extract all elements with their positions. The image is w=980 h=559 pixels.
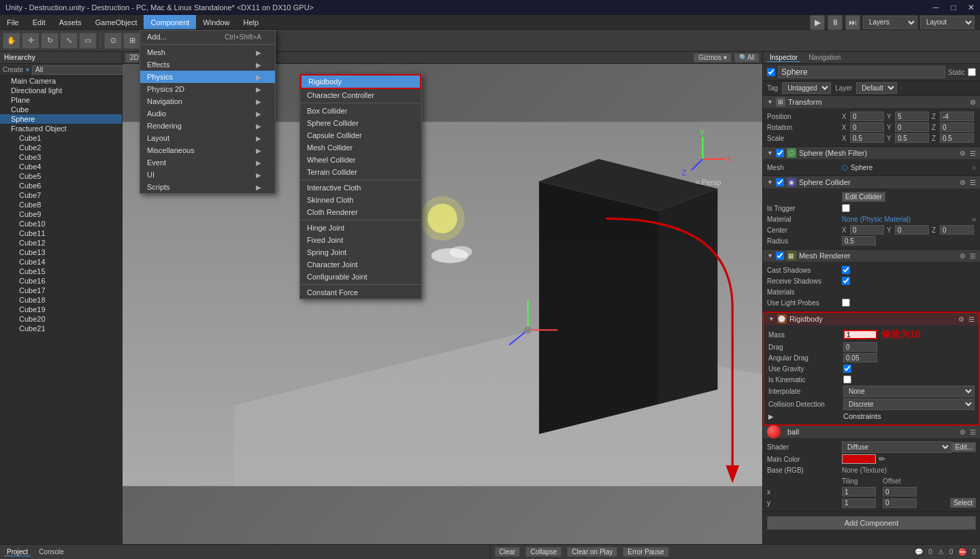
hierarchy-search[interactable] (32, 65, 125, 75)
edit-collider-button[interactable]: Edit Collider (842, 192, 885, 202)
interpolate-dropdown[interactable]: None (843, 386, 975, 397)
physics-terrain-collider[interactable]: Terrain Collider (300, 166, 421, 178)
center-x-input[interactable] (850, 225, 884, 235)
mesh-renderer-checkbox[interactable] (776, 252, 784, 260)
component-menu-add[interactable]: Add... Ctrl+Shift+A (140, 31, 275, 43)
hierarchy-item-sphere[interactable]: Sphere (0, 114, 122, 124)
is-kinematic-checkbox[interactable] (843, 375, 851, 384)
mesh-renderer-settings[interactable]: ⚙ (960, 252, 966, 260)
layer-dropdown[interactable]: Default (856, 82, 897, 94)
gizmos-btn[interactable]: Gizmos ▾ (693, 53, 732, 63)
drag-input[interactable] (843, 342, 877, 352)
create-button[interactable]: ▾ (26, 66, 29, 73)
hierarchy-item-cube14[interactable]: Cube14 (0, 257, 122, 267)
radius-input[interactable] (842, 236, 876, 245)
physics-hinge-joint[interactable]: Hinge Joint (300, 222, 421, 234)
hierarchy-item-directional-light[interactable]: Directional light (0, 86, 122, 95)
layers-dropdown[interactable]: Layers (863, 16, 917, 29)
physics-constant-force[interactable]: Constant Force (300, 286, 421, 299)
rotate-tool[interactable]: ↻ (41, 33, 59, 49)
scale-y-input[interactable] (895, 133, 929, 143)
sphere-collider-settings[interactable]: ⚙ (960, 179, 966, 186)
hierarchy-item-cube2[interactable]: Cube2 (0, 143, 122, 152)
scale-z-input[interactable] (940, 133, 974, 143)
offset-x-input[interactable] (883, 487, 917, 496)
component-menu-mesh[interactable]: Mesh ▶ (140, 46, 275, 58)
physics-interactive-cloth[interactable]: Interactive Cloth (300, 182, 421, 194)
scale-x-input[interactable] (850, 133, 884, 143)
error-pause-button[interactable]: Error Pause (623, 547, 668, 557)
rotation-x-input[interactable] (850, 122, 884, 132)
hierarchy-item-cube6[interactable]: Cube6 (0, 181, 122, 190)
hierarchy-item-cube8[interactable]: Cube8 (0, 200, 122, 209)
physics-sphere-collider[interactable]: Sphere Collider (300, 117, 421, 129)
receive-shadows-checkbox[interactable] (842, 277, 850, 285)
collapse-button[interactable]: Collapse (525, 547, 561, 557)
physics-mesh-collider[interactable]: Mesh Collider (300, 141, 421, 154)
component-menu-event[interactable]: Event ▶ (140, 156, 275, 169)
menu-file[interactable]: File (0, 15, 26, 29)
add-component-button[interactable]: Add Component (767, 516, 976, 530)
component-menu-layout[interactable]: Layout ▶ (140, 132, 275, 144)
console-tab[interactable]: Console (36, 548, 67, 556)
static-checkbox[interactable] (968, 68, 976, 76)
is-trigger-checkbox[interactable] (842, 204, 850, 212)
component-menu-rendering[interactable]: Rendering ▶ (140, 120, 275, 132)
hierarchy-item-cube17[interactable]: Cube17 (0, 286, 122, 295)
tiling-y-input[interactable] (842, 498, 876, 508)
physics-character-controller[interactable]: Character Controller (300, 89, 421, 101)
transform-header[interactable]: ▼ ⊞ Transform ⚙ (763, 96, 980, 108)
mesh-filter-header[interactable]: ▼ ⬡ Sphere (Mesh Filter) ⚙ ☰ (763, 147, 980, 159)
hierarchy-item-cube9[interactable]: Cube9 (0, 209, 122, 219)
object-active-checkbox[interactable] (767, 68, 775, 76)
center-z-input[interactable] (940, 225, 974, 235)
pause-button[interactable]: ⏸ (828, 15, 843, 30)
hierarchy-item-cube5[interactable]: Cube5 (0, 171, 122, 181)
physics-capsule-collider[interactable]: Capsule Collider (300, 129, 421, 141)
hierarchy-item-cube3[interactable]: Cube3 (0, 152, 122, 162)
minimize-button[interactable]: ─ (927, 0, 945, 15)
navigation-tab[interactable]: Navigation (806, 54, 843, 61)
hierarchy-item-plane[interactable]: Plane (0, 95, 122, 105)
mass-input[interactable] (843, 330, 877, 339)
center-y-input[interactable] (895, 225, 929, 235)
ball-material-settings[interactable]: ⚙ (960, 428, 966, 436)
physics-box-collider[interactable]: Box Collider (300, 105, 421, 117)
hierarchy-item-cube4[interactable]: Cube4 (0, 162, 122, 171)
rigidbody-settings[interactable]: ⚙ (958, 316, 964, 323)
menu-component[interactable]: Component (144, 15, 196, 29)
rotation-z-input[interactable] (940, 122, 974, 132)
hierarchy-item-cube1[interactable]: Cube1 (0, 133, 122, 143)
search-scene-btn[interactable]: 🔍All (734, 53, 760, 63)
component-menu-physics2d[interactable]: Physics 2D ▶ (140, 83, 275, 95)
clear-button[interactable]: Clear (495, 547, 521, 557)
close-button[interactable]: ✕ (962, 0, 980, 15)
hierarchy-item-cube18[interactable]: Cube18 (0, 295, 122, 305)
offset-y-input[interactable] (883, 498, 917, 508)
mesh-filter-settings[interactable]: ⚙ (960, 150, 966, 157)
component-menu-misc[interactable]: Miscellaneous ▶ (140, 144, 275, 156)
inspector-tab[interactable]: Inspector (767, 54, 800, 62)
hierarchy-item-cube[interactable]: Cube (0, 105, 122, 114)
physics-fixed-joint[interactable]: Fixed Joint (300, 234, 421, 246)
hierarchy-item-cube19[interactable]: Cube19 (0, 305, 122, 314)
rotation-y-input[interactable] (895, 122, 929, 132)
tiling-x-input[interactable] (842, 487, 876, 496)
select-texture-button[interactable]: Select (950, 498, 976, 508)
hierarchy-item-cube21[interactable]: Cube21 (0, 324, 122, 333)
play-button[interactable]: ▶ (810, 15, 825, 30)
sphere-collider-header[interactable]: ▼ ◉ Sphere Collider ⚙ ☰ (763, 176, 980, 188)
component-menu-scripts[interactable]: Scripts ▶ (140, 181, 275, 193)
move-tool[interactable]: ✛ (22, 33, 39, 49)
maximize-button[interactable]: □ (945, 0, 962, 15)
sphere-collider-checkbox[interactable] (776, 178, 784, 186)
hierarchy-item-cube15[interactable]: Cube15 (0, 267, 122, 276)
hierarchy-item-cube13[interactable]: Cube13 (0, 248, 122, 257)
physics-configurable-joint[interactable]: Configurable Joint (300, 271, 421, 283)
menu-assets[interactable]: Assets (52, 15, 88, 29)
mesh-filter-checkbox[interactable] (776, 149, 784, 157)
rigidbody-header[interactable]: ▼ ⚪ Rigidbody ⚙ ☰ (764, 313, 979, 325)
use-light-probes-checkbox[interactable] (842, 299, 850, 307)
physics-rigidbody[interactable]: Rigidbody (300, 74, 421, 89)
hierarchy-item-cube11[interactable]: Cube11 (0, 228, 122, 238)
